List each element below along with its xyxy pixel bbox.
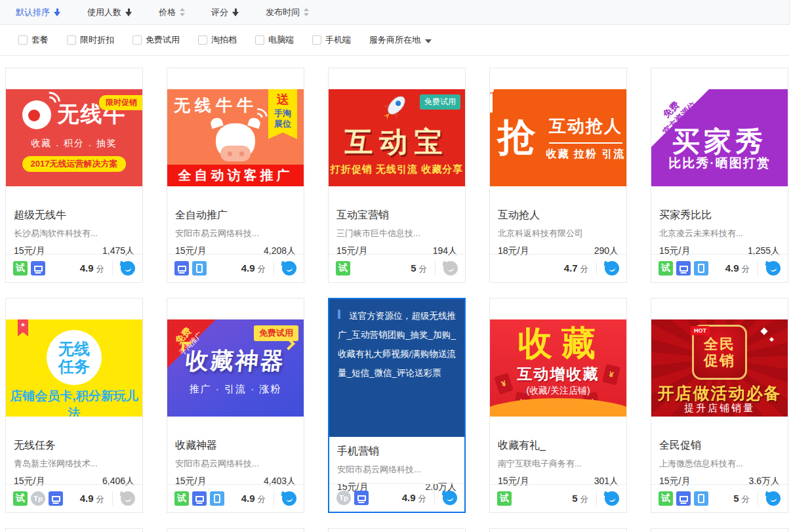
product-title[interactable]: 互动宝营销 xyxy=(336,209,457,222)
product-banner: 限时促销 无线牛 收藏 . 积分 . 抽奖 2017无线运营解决方案 xyxy=(6,89,142,186)
filter-mobile[interactable]: 手机端 xyxy=(312,34,351,46)
checkbox[interactable] xyxy=(255,35,264,45)
product-company[interactable]: 北京科返科技有限公司 xyxy=(498,228,619,239)
divider xyxy=(549,142,622,144)
product-card-partial[interactable] xyxy=(489,528,627,532)
divider xyxy=(596,261,597,276)
product-company[interactable]: 北京凌云未来科技有... xyxy=(659,228,780,239)
sparkle-icon xyxy=(769,337,774,342)
banner-subtitle: 店铺会员卡,积分新玩儿法 xyxy=(6,388,142,417)
card-footer: 试 4.9分 xyxy=(167,484,304,512)
wangwang-chat-icon[interactable] xyxy=(605,261,619,276)
product-card[interactable]: HOT 全民 促销 开店做活动必备 提升店铺销量 全民促销 上海微悉信息科技有.… xyxy=(651,298,788,513)
sort-publish-time[interactable]: 发布时间 xyxy=(266,7,309,18)
divider xyxy=(758,261,758,276)
arrow-down-icon xyxy=(54,8,61,17)
filter-pc[interactable]: 电脑端 xyxy=(255,34,294,46)
card-footer: 试 5分 xyxy=(651,484,788,512)
wangwang-chat-icon[interactable] xyxy=(766,261,781,276)
product-title[interactable]: 超级无线牛 xyxy=(14,209,134,222)
card-footer: 试 4.9分 xyxy=(6,254,142,282)
product-title[interactable]: 买家秀比比 xyxy=(659,209,780,222)
trial-badge: 试 xyxy=(13,491,28,506)
card-footer: 试 5分 xyxy=(329,254,465,282)
banner-brand: 互动宝 xyxy=(329,123,465,161)
banner-circle: 无线 任务 xyxy=(47,330,102,385)
sort-default[interactable]: 默认排序 xyxy=(16,7,61,18)
wangwang-chat-icon[interactable] xyxy=(766,491,781,506)
product-card[interactable]: 免费试用 互动宝 打折促销 无线引流 收藏分享 互动宝营销 三门峡市巨牛信息技.… xyxy=(328,68,466,283)
banner-brand: 收藏神器 xyxy=(167,346,304,377)
wangwang-chat-icon[interactable] xyxy=(121,491,135,506)
arrow-updown-icon xyxy=(180,8,185,16)
wangwang-chat-icon[interactable] xyxy=(121,261,135,276)
product-card[interactable]: ★ 无线 任务 店铺会员卡,积分新玩儿法 无线任务 青岛新主张网络技术... 1… xyxy=(5,298,143,513)
filter-taopaidang[interactable]: 淘拍档 xyxy=(198,34,237,46)
wangwang-chat-icon[interactable] xyxy=(282,491,296,506)
product-title[interactable]: 收藏有礼_ xyxy=(498,439,619,453)
product-card[interactable]: 免费 手淘推广 免费试用 收藏神器 推广 · 引流 · 涨粉 收藏神器 安阳市易… xyxy=(167,298,304,513)
product-card[interactable]: 无线牛牛 送 手淘 展位 全自动访客推广 全自动推广 安阳市易云网络科技... … xyxy=(167,68,304,283)
product-title[interactable]: 收藏神器 xyxy=(175,439,296,453)
product-card-partial[interactable] xyxy=(328,528,466,532)
product-banner: 免费试用 互动宝 打折促销 无线引流 收藏分享 xyxy=(329,89,465,186)
filter-free-trial[interactable]: 免费试用 xyxy=(132,34,180,46)
product-banner: 免费 手淘推广 免费试用 收藏神器 推广 · 引流 · 涨粉 xyxy=(167,319,304,417)
provider-location-dropdown[interactable]: 服务商所在地 xyxy=(369,34,432,46)
product-card[interactable]: ¥ ¥ ¥ ¥ 收藏 互动增收藏 (收藏/关注店铺) 收藏有礼_ 南宁互联电子商… xyxy=(489,298,627,513)
sparkle-icon xyxy=(760,327,767,335)
product-company[interactable]: 长沙易淘软件科技有... xyxy=(14,228,134,239)
divider xyxy=(112,491,113,506)
product-company[interactable]: 安阳市易云网络科技... xyxy=(337,464,457,476)
checkbox[interactable] xyxy=(198,35,207,45)
product-title[interactable]: 无线任务 xyxy=(14,439,134,453)
wangwang-chat-icon[interactable] xyxy=(443,261,458,276)
product-company[interactable]: 上海微悉信息科技有... xyxy=(659,458,780,470)
wangwang-chat-icon[interactable] xyxy=(443,491,457,505)
wangwang-chat-icon[interactable] xyxy=(605,491,619,506)
rating: 4.9分 xyxy=(80,262,104,275)
product-card[interactable]: 免费 官方资源位 买家秀 比比秀·晒图打赏 买家秀比比 北京凌云未来科技有...… xyxy=(651,68,788,283)
product-title[interactable]: 互动抢人 xyxy=(498,209,619,222)
sort-users[interactable]: 使用人数 xyxy=(87,7,132,18)
filter-limited-discount-label: 限时折扣 xyxy=(80,34,114,46)
product-card-partial[interactable] xyxy=(167,528,304,532)
product-card[interactable]: 抢 互动抢人 收藏 拉粉 引流 互动抢人 北京科返科技有限公司 18元/月 29… xyxy=(489,68,627,283)
product-title[interactable]: 手机营销 xyxy=(337,445,457,459)
product-card[interactable]: 限时促销 无线牛 收藏 . 积分 . 抽奖 2017无线运营解决方案 超级无线牛… xyxy=(5,68,143,283)
checkbox[interactable] xyxy=(312,35,321,45)
sort-publish-time-label: 发布时间 xyxy=(266,7,300,18)
pc-icon xyxy=(676,261,691,276)
filter-limited-discount[interactable]: 限时折扣 xyxy=(67,34,114,46)
product-company[interactable]: 安阳市易云网络科技... xyxy=(175,228,296,239)
divider xyxy=(435,261,436,276)
banner-brand: 收藏 xyxy=(490,321,626,367)
cow-icon xyxy=(211,118,260,163)
banner-strip: 全自动访客推广 xyxy=(167,165,304,186)
product-card-partial[interactable] xyxy=(5,528,143,532)
checkbox[interactable] xyxy=(67,35,76,45)
product-company[interactable]: 安阳市易云网络科技... xyxy=(175,458,296,470)
card-footer: 试 4.9分 xyxy=(651,254,788,282)
rating: 4.9分 xyxy=(241,262,266,275)
product-grid: 限时促销 无线牛 收藏 . 积分 . 抽奖 2017无线运营解决方案 超级无线牛… xyxy=(5,68,788,532)
sort-rating[interactable]: 评分 xyxy=(211,7,239,18)
pc-icon xyxy=(174,261,189,276)
checkbox[interactable] xyxy=(132,35,142,45)
rating: 5分 xyxy=(572,493,588,505)
wangwang-chat-icon[interactable] xyxy=(282,261,296,276)
product-company[interactable]: 三门峡市巨牛信息技... xyxy=(336,228,457,239)
sort-default-label: 默认排序 xyxy=(16,7,50,18)
filter-package[interactable]: 套餐 xyxy=(18,34,49,46)
product-company[interactable]: 青岛新主张网络技术... xyxy=(14,458,134,470)
product-company[interactable]: 南宁互联电子商务有... xyxy=(498,458,619,470)
checkbox[interactable] xyxy=(18,35,28,45)
rocket-icon xyxy=(380,91,411,126)
product-card-selected[interactable]: 送官方资源位，超级无线推广_互动营销团购_抽奖_加购_收藏有礼大师视频/满购物送… xyxy=(328,298,466,513)
bookmark-icon: ★ xyxy=(18,319,28,337)
product-title[interactable]: 全民促销 xyxy=(659,439,780,453)
sort-price[interactable]: 价格 xyxy=(159,7,185,18)
divider xyxy=(274,261,274,276)
product-card-partial[interactable] xyxy=(651,528,788,532)
product-title[interactable]: 全自动推广 xyxy=(175,209,296,222)
